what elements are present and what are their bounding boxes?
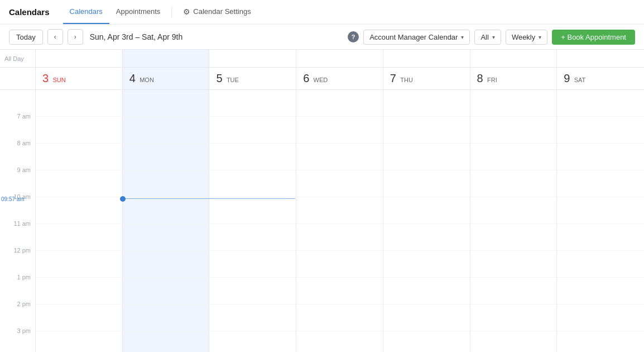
all-day-cell-wed [296, 50, 383, 67]
help-icon[interactable]: ? [348, 31, 359, 42]
day-col-wed[interactable] [296, 90, 383, 352]
top-navigation: Calendars Calendars Appointments ⚙ Calen… [0, 0, 644, 25]
all-day-cell-sun [36, 50, 123, 67]
day-col-sun[interactable] [36, 90, 123, 352]
day-col-mon[interactable] [123, 90, 210, 352]
day-num-9: 9 [564, 72, 570, 84]
tab-calendars[interactable]: Calendars [63, 0, 109, 24]
day-label-sat: Sat [574, 77, 586, 83]
calendar-filter-dropdown[interactable]: Account Manager Calendar ▾ [363, 30, 470, 45]
days-grid [36, 90, 644, 352]
day-header-mon: 4 Mon [123, 68, 210, 89]
chevron-down-icon-3: ▾ [539, 34, 541, 40]
day-col-thu[interactable] [383, 90, 470, 352]
day-label-sun: Sun [52, 77, 65, 83]
today-button[interactable]: Today [9, 30, 43, 45]
all-filter-label: All [480, 33, 488, 41]
day-label-wed: Wed [314, 77, 328, 83]
next-button[interactable]: › [68, 29, 83, 45]
day-header-sun: 3 Sun [36, 68, 123, 89]
day-num-4: 4 [129, 72, 136, 84]
day-col-tue[interactable] [209, 90, 296, 352]
settings-label: Calendar Settings [193, 7, 251, 16]
toolbar: Today ‹ › Sun, Apr 3rd – Sat, Apr 9th ? … [0, 25, 644, 50]
day-col-sat[interactable] [557, 90, 644, 352]
day-col-fri[interactable] [470, 90, 558, 352]
all-day-cell-thu [383, 50, 470, 67]
all-day-label: All Day [0, 50, 36, 67]
header-spacer [0, 68, 36, 89]
day-header-sat: 9 Sat [557, 68, 644, 89]
tab-appointments[interactable]: Appointments [109, 0, 167, 24]
day-header-tue: 5 Tue [209, 68, 296, 89]
calendar-body: 7 am 8 am 9 am 10 am 11 am 12 pm 1 pm 2 … [0, 90, 644, 352]
chevron-right-icon: › [74, 33, 76, 41]
book-appointment-button[interactable]: + Book Appointment [552, 30, 635, 45]
chevron-down-icon: ▾ [461, 34, 464, 40]
day-num-3: 3 [42, 72, 49, 84]
tab-calendar-settings[interactable]: ⚙ Calendar Settings [176, 0, 257, 24]
calendar-filter-label: Account Manager Calendar [369, 33, 458, 41]
day-label-tue: Tue [227, 77, 239, 83]
day-num-6: 6 [303, 72, 309, 84]
gear-icon: ⚙ [183, 7, 190, 16]
view-mode-dropdown[interactable]: Weekly ▾ [506, 30, 547, 45]
day-label-fri: Fri [487, 77, 497, 83]
day-num-7: 7 [390, 72, 396, 84]
day-num-8: 8 [477, 72, 483, 84]
all-day-cell-mon [123, 50, 210, 67]
app-title: Calendars [9, 7, 50, 17]
view-mode-label: Weekly [512, 33, 535, 41]
calendar-wrapper: All Day 3 Sun 4 Mon 5 Tue 6 Wed 7 Thu [0, 50, 644, 352]
day-header-wed: 6 Wed [296, 68, 383, 89]
day-headers: 3 Sun 4 Mon 5 Tue 6 Wed 7 Thu 8 Fri 9 Sa… [0, 68, 644, 90]
day-header-fri: 8 Fri [470, 68, 558, 89]
all-day-cell-fri [470, 50, 558, 67]
chevron-down-icon-2: ▾ [492, 34, 495, 40]
day-label-thu: Thu [400, 77, 413, 83]
prev-button[interactable]: ‹ [47, 29, 63, 45]
nav-tabs: Calendars Appointments ⚙ Calendar Settin… [63, 0, 258, 24]
all-day-row: All Day [0, 50, 644, 68]
chevron-left-icon: ‹ [54, 33, 56, 41]
all-day-cell-sat [557, 50, 644, 67]
day-label-mon: Mon [140, 77, 154, 83]
all-filter-dropdown[interactable]: All ▾ [474, 30, 501, 45]
date-range-label: Sun, Apr 3rd – Sat, Apr 9th [90, 32, 343, 41]
time-column: 7 am 8 am 9 am 10 am 11 am 12 pm 1 pm 2 … [0, 90, 36, 352]
day-header-thu: 7 Thu [383, 68, 470, 89]
time-slot-3pm: 3 pm [0, 331, 35, 352]
day-num-5: 5 [216, 72, 222, 84]
all-day-cell-tue [209, 50, 296, 67]
nav-divider [171, 7, 172, 18]
